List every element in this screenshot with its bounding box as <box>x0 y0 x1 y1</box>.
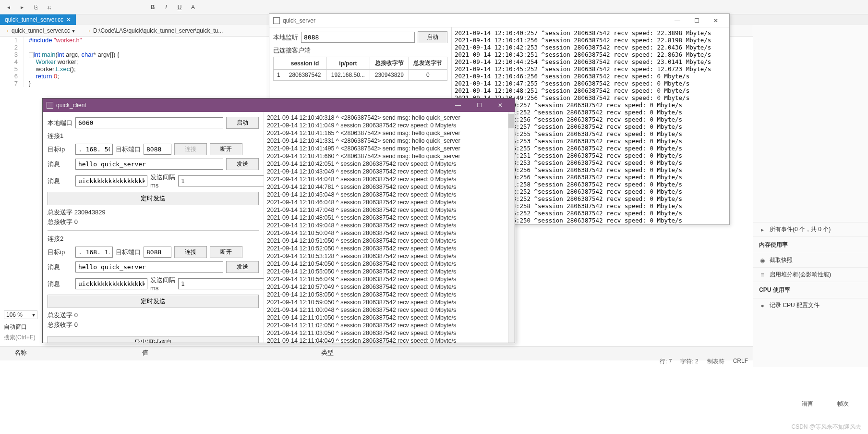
start-button[interactable]: 启动 <box>418 31 447 43</box>
start-button[interactable]: 启动 <box>226 117 259 129</box>
col-type: 类型 <box>307 347 348 360</box>
toolbar-icon[interactable]: ▸ <box>17 2 27 12</box>
heap-row[interactable]: ≡启用堆分析(会影响性能) <box>753 267 868 282</box>
dropdown-icon[interactable]: ▾ <box>32 311 35 318</box>
line-number: 5 <box>0 65 24 73</box>
code-text[interactable]: worker.Exec(); <box>24 65 76 73</box>
send-button-2[interactable]: 发送 <box>226 261 259 273</box>
dropdown-icon[interactable]: ▾ <box>72 27 75 34</box>
font-color-icon[interactable]: A <box>188 2 198 12</box>
client-log[interactable]: 2021-09-14 12:10:40:318 ^ <2806387542> s… <box>264 112 515 343</box>
toolbar-icon[interactable]: ⎘ <box>31 2 40 12</box>
recv-bytes-2: 总接收字 0 <box>48 321 259 329</box>
send-button[interactable]: 发送 <box>226 158 259 170</box>
msg-input-3[interactable] <box>75 261 223 273</box>
search-input[interactable]: 搜索(Ctrl+E) <box>0 333 39 343</box>
window-titlebar[interactable]: quick_client — ☐ ✕ <box>43 99 515 112</box>
col-name: 名称 <box>0 347 41 360</box>
timed-send-button-2[interactable]: 定时发送 <box>48 295 259 308</box>
scrollbar[interactable] <box>508 112 515 343</box>
snapshot-row[interactable]: ◉截取快照 <box>753 253 868 267</box>
line-number: 2 <box>0 44 24 51</box>
window-title: quick_server <box>283 17 315 24</box>
italic-icon[interactable]: I <box>161 2 171 12</box>
recv-bytes: 总接收字 0 <box>48 218 259 226</box>
camera-icon: ◉ <box>759 257 766 264</box>
target-port-input[interactable] <box>144 144 171 155</box>
target-ip-input[interactable] <box>75 144 113 155</box>
interval-label: 发送间隔ms <box>150 173 175 189</box>
col-value: 值 <box>128 347 163 360</box>
status-tab: 制表符 <box>707 358 724 366</box>
toolbar-icon[interactable]: ⎌ <box>44 2 54 12</box>
interval-input[interactable] <box>178 175 264 186</box>
minimize-icon[interactable]: — <box>668 17 687 24</box>
memory-header: 内存使用率 <box>753 236 868 253</box>
target-port-input-2[interactable] <box>144 247 171 258</box>
conn1-label: 连接1 <box>48 132 259 140</box>
line-number: 1 <box>0 37 24 44</box>
code-text[interactable]: } <box>24 80 31 87</box>
target-port-label: 目标端口 <box>116 248 141 257</box>
scrollbar-thumb[interactable] <box>508 114 514 128</box>
msg-input[interactable] <box>75 159 223 170</box>
interval-label: 发送间隔ms <box>150 276 175 292</box>
maximize-icon[interactable]: ☐ <box>469 99 490 112</box>
close-icon[interactable]: ✕ <box>490 99 511 112</box>
arrow-icon: → <box>85 27 91 34</box>
events-row[interactable]: ▸所有事件(0 个，共 0 个) <box>753 222 868 236</box>
msg-input-4[interactable] <box>75 278 147 289</box>
interval-input-2[interactable] <box>178 278 264 289</box>
msg-input-2[interactable] <box>75 175 147 186</box>
code-text[interactable]: Worker worker; <box>24 58 78 65</box>
line-number: 6 <box>0 73 24 80</box>
line-number: 4 <box>0 58 24 65</box>
status-char: 字符: 2 <box>680 358 698 366</box>
cpu-record-row[interactable]: ●记录 CPU 配置文件 <box>753 298 868 312</box>
connect-button-2[interactable]: 连接 <box>174 246 207 258</box>
right-panel: ▸所有事件(0 个，共 0 个) 内存使用率 ◉截取快照 ≡启用堆分析(会影响性… <box>753 25 868 367</box>
col-session: session id <box>284 57 326 70</box>
zoom-select[interactable]: 106 %▾ <box>4 310 37 319</box>
port-label: 本地端口 <box>48 119 72 127</box>
close-icon[interactable]: ✕ <box>66 16 71 23</box>
app-icon <box>47 102 53 109</box>
toolbar-icon[interactable]: ◂ <box>4 2 13 12</box>
code-text[interactable] <box>24 44 29 51</box>
tab-label: quick_tunnel_server.cc <box>5 16 63 23</box>
status-crlf: CRLF <box>733 358 748 366</box>
window-titlebar[interactable]: quick_server — ☐ ✕ <box>269 14 729 27</box>
msg-label: 消息 <box>48 177 72 186</box>
connect-button[interactable]: 连接 <box>174 143 207 155</box>
listen-port-input[interactable] <box>301 32 415 43</box>
bold-icon[interactable]: B <box>148 2 157 12</box>
minimize-icon[interactable]: — <box>447 99 469 112</box>
editor-tab-active[interactable]: quick_tunnel_server.cc ✕ <box>0 14 76 25</box>
underline-icon[interactable]: U <box>175 2 184 12</box>
watermark: CSDN @等风来不如迎风去 <box>791 423 861 431</box>
target-ip-label: 目标ip <box>48 145 72 154</box>
disconnect-button[interactable]: 断开 <box>210 143 242 155</box>
line-number: 7 <box>0 80 24 87</box>
auto-window-panel[interactable]: 自动窗口 <box>0 322 31 332</box>
cpu-header: CPU 使用率 <box>753 282 868 298</box>
code-text[interactable]: #include "worker.h" <box>24 37 82 44</box>
file-dropdown[interactable]: quick_tunnel_server.cc <box>12 27 70 34</box>
export-debug-button[interactable]: 导出调试信息 <box>48 336 259 343</box>
quick-client-window: quick_client — ☐ ✕ 本地端口 启动 连接1 目标ip 目标端口… <box>42 98 515 343</box>
app-icon <box>273 17 280 24</box>
sent-bytes-2: 总发送字 0 <box>48 311 259 320</box>
close-icon[interactable]: ✕ <box>706 17 725 24</box>
target-ip-input-2[interactable] <box>75 247 113 258</box>
ide-toolbar: ◂ ▸ ⎘ ⎌ B I U A <box>0 0 868 14</box>
table-row[interactable]: 1 2806387542 192.168.50... 230943829 0 <box>274 70 447 81</box>
local-port-input[interactable] <box>75 117 223 128</box>
code-text[interactable]: −int main(int argc, char* argv[]) { <box>24 51 119 58</box>
window-title: quick_client <box>56 102 86 109</box>
disconnect-button-2[interactable]: 断开 <box>210 246 242 258</box>
timed-send-button[interactable]: 定时发送 <box>48 192 259 205</box>
maximize-icon[interactable]: ☐ <box>687 17 706 24</box>
code-text[interactable]: return 0; <box>24 73 59 80</box>
record-icon: ● <box>759 302 766 309</box>
chevron-right-icon: ▸ <box>759 226 766 233</box>
